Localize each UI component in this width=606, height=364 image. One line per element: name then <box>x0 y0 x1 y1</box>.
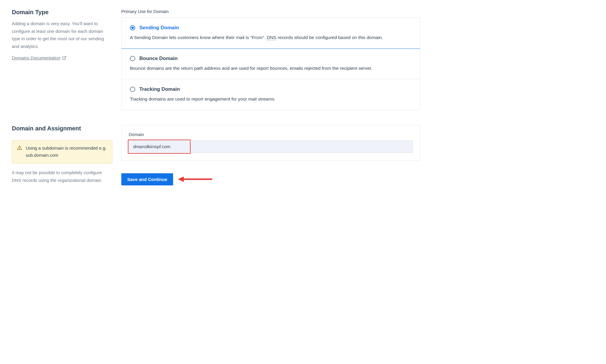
doc-link-label: Domains Documentation <box>12 55 60 60</box>
save-and-continue-button[interactable]: Save and Continue <box>121 173 173 185</box>
external-link-icon <box>62 56 66 60</box>
svg-point-1 <box>20 149 20 149</box>
radio-icon <box>130 87 135 92</box>
radio-description: Tracking domains are used to report enga… <box>130 95 412 103</box>
svg-marker-3 <box>178 177 184 182</box>
domain-type-heading: Domain Type <box>12 9 112 16</box>
radio-description: Bounce domains are the return path addre… <box>130 64 412 72</box>
radio-title: Bounce Domain <box>139 56 178 62</box>
domain-input[interactable] <box>129 140 413 153</box>
radio-title: Tracking Domain <box>139 86 180 92</box>
radio-tracking-domain[interactable]: Tracking Domain Tracking domains are use… <box>122 79 420 110</box>
subdomain-warning: Using a subdomain is recommended e.g. su… <box>12 140 112 164</box>
domain-type-help: Adding a domain is very easy. You'll wan… <box>12 20 112 50</box>
warning-icon <box>17 145 22 151</box>
radio-title: Sending Domain <box>139 25 179 31</box>
radio-bounce-domain[interactable]: Bounce Domain Bounce domains are the ret… <box>122 48 420 80</box>
dns-abbr: DNS <box>267 35 276 40</box>
domain-field-label: Domain <box>129 132 413 137</box>
domain-panel: Domain <box>121 125 420 161</box>
radio-description: A Sending Domain lets customers know whe… <box>130 34 412 41</box>
warning-text: Using a subdomain is recommended e.g. su… <box>26 145 107 159</box>
primary-use-radio-group: Sending Domain A Sending Domain lets cus… <box>121 17 420 110</box>
primary-use-label: Primary Use for Domain <box>121 9 420 14</box>
domain-assignment-heading: Domain and Assignment <box>12 125 112 132</box>
annotation-arrow-icon <box>177 175 213 183</box>
radio-icon <box>130 56 135 61</box>
domains-documentation-link[interactable]: Domains Documentation <box>12 55 66 60</box>
assignment-note: It may not be possible to completely con… <box>12 169 112 184</box>
radio-sending-domain[interactable]: Sending Domain A Sending Domain lets cus… <box>121 17 420 49</box>
radio-icon <box>130 25 135 30</box>
